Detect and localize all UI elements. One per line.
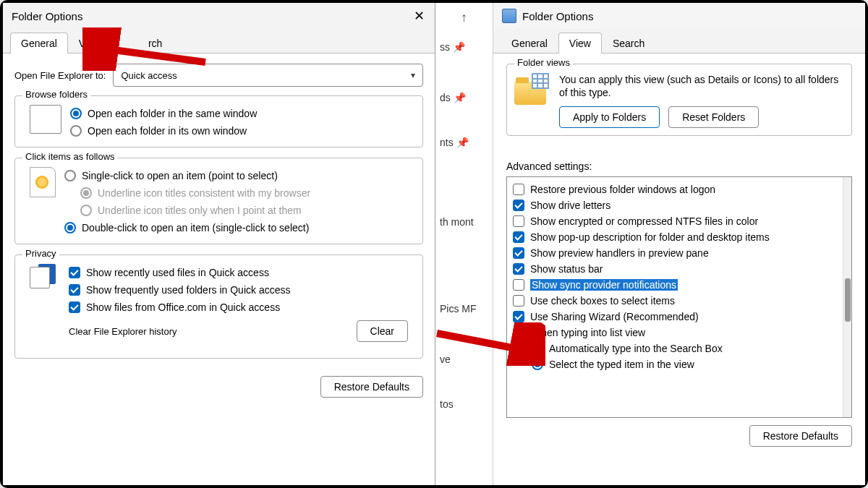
bg-item[interactable]: ss📌: [435, 33, 493, 61]
tab-view-right[interactable]: View: [558, 33, 602, 53]
radio-same-window[interactable]: [70, 108, 82, 119]
radio-own-window[interactable]: [70, 125, 82, 137]
tab-general[interactable]: General: [10, 33, 68, 53]
scrollbar-thumb[interactable]: [845, 278, 851, 322]
chevron-down-icon: ▾: [411, 70, 415, 80]
browse-folders-group: Browse folders Open each folder in the s…: [14, 95, 423, 147]
restore-defaults-button-right[interactable]: Restore Defaults: [749, 425, 852, 447]
close-icon[interactable]: ✕: [412, 9, 426, 23]
radio-auto-search[interactable]: [532, 343, 543, 354]
check-drive-letters[interactable]: [513, 200, 524, 211]
bg-item[interactable]: nts📌: [435, 128, 493, 157]
tab-search[interactable]: rch: [111, 33, 173, 53]
folder-views-legend: Folder views: [514, 57, 573, 68]
check-frequent-folders[interactable]: [69, 284, 80, 296]
scrollbar[interactable]: [843, 177, 851, 417]
radio-same-window-label: Open each folder in the same window: [88, 108, 257, 119]
click-icon: [30, 167, 56, 197]
folder-options-general-dialog: Folder Options ✕ General View rch Open F…: [3, 3, 435, 485]
browse-folders-legend: Browse folders: [22, 89, 90, 100]
folder-views-group: Folder views You can apply this view (su…: [506, 64, 852, 136]
titlebar: Folder Options ✕: [3, 3, 435, 29]
check-recent-files[interactable]: [69, 267, 80, 278]
folder-options-view-dialog: Folder Options General View Search Folde…: [493, 3, 865, 485]
advanced-settings-label: Advanced settings:: [506, 160, 852, 172]
explorer-background: ↑ ss📌 ds📌 nts📌 th mont Pics MF ve tos: [435, 3, 493, 485]
click-items-legend: Click items as follows: [22, 151, 118, 162]
check-checkboxes[interactable]: [513, 295, 524, 307]
highlighted-option: Show sync provider notifications: [530, 279, 678, 291]
check-status-bar[interactable]: [513, 263, 524, 275]
open-explorer-select[interactable]: Quick access ▾: [113, 64, 423, 87]
radio-underline-point-label: Underline icon titles only when I point …: [98, 205, 302, 216]
check-popup-desc[interactable]: [513, 231, 524, 243]
up-arrow-icon[interactable]: ↑: [435, 3, 493, 33]
folder-grid-icon: [514, 73, 549, 105]
folder-views-desc: You can apply this view (such as Details…: [559, 73, 844, 99]
apply-to-folders-button[interactable]: Apply to Folders: [559, 106, 660, 128]
radio-double-click[interactable]: [64, 222, 76, 234]
restore-defaults-button-left[interactable]: Restore Defaults: [320, 376, 423, 398]
radio-single-click-label: Single-click to open an item (point to s…: [82, 170, 278, 181]
privacy-group: Privacy Show recently used files in Quic…: [14, 254, 423, 359]
check-frequent-folders-label: Show frequently used folders in Quick ac…: [86, 284, 290, 296]
radio-underline-point: [80, 205, 92, 216]
open-explorer-label: Open File Explorer to:: [14, 70, 106, 81]
bg-item[interactable]: tos: [435, 390, 493, 419]
titlebar-right: Folder Options: [493, 3, 865, 29]
check-office-files[interactable]: [69, 301, 80, 313]
window-icon: [30, 105, 61, 134]
check-ntfs-color[interactable]: [513, 215, 524, 227]
advanced-settings-list[interactable]: Restore previous folder windows at logon…: [506, 176, 852, 418]
tab-search-right[interactable]: Search: [602, 33, 655, 53]
window-title-right: Folder Options: [522, 10, 593, 22]
radio-single-click[interactable]: [64, 170, 76, 181]
radio-double-click-label: Double-click to open an item (single-cli…: [82, 222, 309, 234]
folder-options-icon: [502, 9, 516, 23]
privacy-icon: [30, 264, 60, 293]
folder-icon: [513, 328, 524, 338]
reset-folders-button[interactable]: Reset Folders: [668, 106, 759, 128]
check-preview-handlers[interactable]: [513, 247, 524, 259]
check-sharing-wizard[interactable]: [513, 311, 524, 322]
check-sync-notifications[interactable]: [513, 279, 524, 291]
radio-underline-browser-label: Underline icon titles consistent with my…: [98, 187, 310, 199]
radio-select-typed[interactable]: [532, 359, 543, 370]
tab-strip: General View rch: [3, 29, 435, 53]
privacy-legend: Privacy: [22, 248, 59, 259]
radio-underline-browser: [80, 187, 92, 199]
radio-own-window-label: Open each folder in its own window: [88, 125, 247, 137]
clear-button[interactable]: Clear: [357, 320, 408, 342]
open-explorer-value: Quick access: [121, 70, 176, 81]
bg-item[interactable]: ds📌: [435, 83, 493, 112]
check-recent-files-label: Show recently used files in Quick access: [86, 267, 269, 278]
bg-item[interactable]: Pics MF: [435, 294, 493, 323]
tab-strip-right: General View Search: [493, 29, 865, 53]
bg-item[interactable]: ve: [435, 345, 493, 374]
window-title: Folder Options: [12, 10, 82, 22]
tab-general-right[interactable]: General: [501, 33, 558, 53]
check-office-files-label: Show files from Office.com in Quick acce…: [86, 301, 280, 313]
click-items-group: Click items as follows Single-click to o…: [14, 158, 423, 244]
tab-view[interactable]: View: [68, 33, 111, 53]
bg-item[interactable]: th mont: [435, 207, 493, 236]
check-restore-windows[interactable]: [513, 184, 524, 195]
clear-history-label: Clear File Explorer history: [69, 326, 177, 337]
